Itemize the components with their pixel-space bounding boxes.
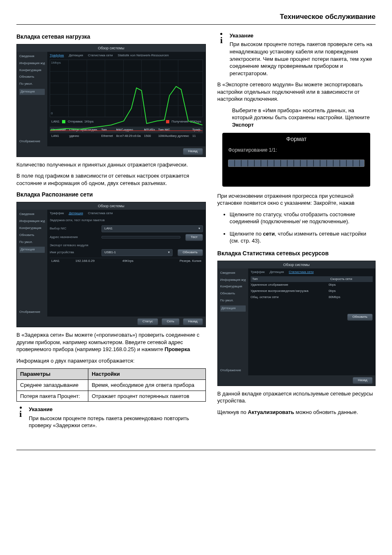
nic-label: Выбор NIC	[50, 227, 99, 231]
traffic-chart: 1Mbps 0	[50, 60, 203, 117]
sidebar-item[interactable]: Сведения	[19, 54, 45, 59]
sidebar-item-selected[interactable]: Детекция	[220, 305, 246, 312]
status-button[interactable]: Статус	[137, 318, 158, 325]
detect-subtitle: Задержка сети, тест потери пакетов	[50, 218, 203, 223]
screenshot-traffic: Обзор системы Сведения Информация журнал…	[16, 44, 206, 157]
sidebar-item[interactable]: Конфигурация	[19, 68, 45, 73]
format-label: Форматирование 1/1:	[222, 147, 370, 157]
chevron-down-icon: ▾	[168, 250, 170, 255]
sidebar-footer[interactable]: Отображение	[220, 368, 246, 373]
sidebar-item[interactable]: Информация журнала	[19, 61, 45, 66]
stats-desc-1: В данной вкладке отражается используемые…	[217, 390, 376, 405]
section-stats-title: Вкладка Статистика сетевых ресурсов	[217, 250, 376, 257]
sidebar-item[interactable]: Конфигурация	[19, 226, 45, 231]
shot-sidebar: Сведения Информация журнала Конфигурация…	[17, 210, 47, 317]
sidebar-item[interactable]: По умол.	[19, 82, 45, 86]
td: 49Kbps	[121, 258, 151, 264]
list-item: Щелкните по статусу, чтобы отобразить со…	[230, 211, 376, 225]
section-detect-title: Вкладка Распознание сети	[16, 191, 206, 199]
dev-select[interactable]: USB1-1▾	[101, 249, 173, 256]
td: LAN1	[50, 258, 74, 264]
tab-stats[interactable]: Статистика сети	[88, 211, 113, 216]
left-column: Вкладка сетевая нагрузка Обзор системы С…	[16, 32, 206, 433]
refresh-button[interactable]: Обновить	[178, 249, 203, 256]
th-settings: Настройки	[88, 369, 206, 380]
sidebar-footer[interactable]: Отображение	[19, 139, 45, 144]
chart-y-label: 1Mbps	[51, 61, 61, 65]
tab-stats[interactable]: Статистика сети	[289, 270, 314, 275]
sidebar-item[interactable]: Обновить	[220, 291, 246, 296]
stats-row: Удаленное воспроизведение/загрузка0bps	[251, 288, 373, 294]
tab-traffic[interactable]: Траффик	[251, 270, 265, 275]
chart-zero: 0	[51, 111, 53, 116]
sidebar-item[interactable]: По умол.	[19, 240, 45, 245]
addr-label: Адрес назначения	[50, 235, 99, 240]
after-format: При исчезновении отражения прогресса при…	[217, 192, 376, 207]
net-button[interactable]: Сеть	[161, 318, 180, 325]
note-block: i Указание При высоком проценте потерь п…	[16, 406, 206, 429]
format-title: Формат	[222, 135, 370, 143]
sidebar-item[interactable]: По умол.	[220, 298, 246, 303]
shot-main: Траффик Детекция Статистика сети Задержк…	[47, 210, 205, 317]
bullet-list: Щелкните по статусу, чтобы отобразить со…	[217, 211, 376, 245]
note-title: Указание	[230, 32, 376, 39]
addr-input[interactable]	[101, 236, 180, 238]
sidebar-item[interactable]: Обновить	[19, 233, 45, 238]
td: 192.168.0.29	[74, 258, 120, 264]
info-icon: i	[217, 33, 226, 77]
sidebar-item[interactable]: Информация журнала	[19, 219, 45, 224]
back-button[interactable]: Назад	[183, 148, 203, 155]
stats-col2: Скорость сети	[330, 277, 352, 282]
td: Резерв. Копия	[151, 258, 203, 264]
td: удачно	[67, 133, 99, 139]
sidebar-item[interactable]: Сведения	[19, 212, 45, 217]
refresh-button[interactable]: Обновить	[347, 314, 373, 321]
td: Отражает процент потерянных пакетов	[88, 391, 206, 402]
nic-select[interactable]: LAN1▾	[101, 225, 203, 232]
page-header: Техническое обслуживание	[16, 12, 376, 22]
note-block: i Указание При высоком проценте потерь п…	[217, 32, 376, 77]
header-rule	[16, 24, 376, 25]
td: Среднее запаздывание	[17, 379, 88, 391]
td: 1500	[142, 133, 157, 139]
sidebar-item[interactable]: Информация журнала	[220, 278, 246, 282]
tab-stats[interactable]: Статистика сети	[88, 53, 113, 58]
sidebar-item-selected[interactable]: Детекция	[19, 247, 45, 253]
export-indent: Выберите в «Имя прибора» носитель данных…	[232, 107, 376, 129]
tab-resstats[interactable]: Statistik von Netzwerk-Ressourcen	[118, 53, 169, 58]
detect-info-line: Информация о двух параметрах отображаетс…	[16, 357, 206, 365]
shot-window-title: Обзор системы	[17, 44, 205, 52]
shot-tabs: Траффик Детекция Статистика сети Statist…	[50, 53, 203, 58]
td: 8c:e7:48:29:c6:0a	[115, 133, 143, 139]
note-title: Указание	[29, 406, 206, 413]
list-item: Щелкните по сети, чтобы изменить сетевые…	[230, 230, 376, 245]
shot-window-title: Обзор системы	[17, 202, 205, 210]
tab-traffic[interactable]: Траффик	[50, 53, 64, 58]
chevron-down-icon: ▾	[198, 227, 200, 231]
screenshot-stats: Обзор системы Сведения Информация журнал…	[217, 261, 376, 386]
test-button[interactable]: Тест	[185, 234, 203, 241]
note-body: При высоком проценте потерь пакета реком…	[29, 415, 206, 429]
progress-bar	[228, 160, 364, 167]
sidebar-item[interactable]: Сведения	[220, 271, 246, 275]
sidebar-footer[interactable]: Отображение	[19, 310, 45, 314]
tab-detect[interactable]: Детекция	[69, 211, 83, 216]
td: 11	[191, 133, 203, 139]
sidebar-item-selected[interactable]: Детекция	[19, 89, 45, 95]
stats-header: Тип Скорость сети	[251, 276, 373, 282]
td: Время, необходимое для ответа прибора	[88, 379, 206, 391]
back-button[interactable]: Назад	[183, 318, 203, 325]
traffic-desc-1: Количество полученных и принятых данных …	[16, 161, 206, 169]
td: Ethernet	[99, 133, 114, 139]
td: 10M/Auxiliary дуплекс	[157, 133, 191, 139]
stats-row: Общ. остаток сети80Mbps	[251, 294, 373, 301]
back-button[interactable]: Назад	[353, 377, 373, 384]
sidebar-item[interactable]: Обновить	[19, 75, 45, 79]
tab-detect[interactable]: Детекция	[270, 270, 284, 275]
tab-detect[interactable]: Детекция	[69, 53, 83, 58]
tab-traffic[interactable]: Траффик	[50, 211, 64, 216]
th-param: Параметры	[17, 369, 88, 380]
shot-window-title: Обзор системы	[218, 261, 375, 268]
sidebar-item[interactable]: Конфигурация	[220, 284, 246, 289]
right-column: i Указание При высоком проценте потерь п…	[217, 32, 376, 420]
